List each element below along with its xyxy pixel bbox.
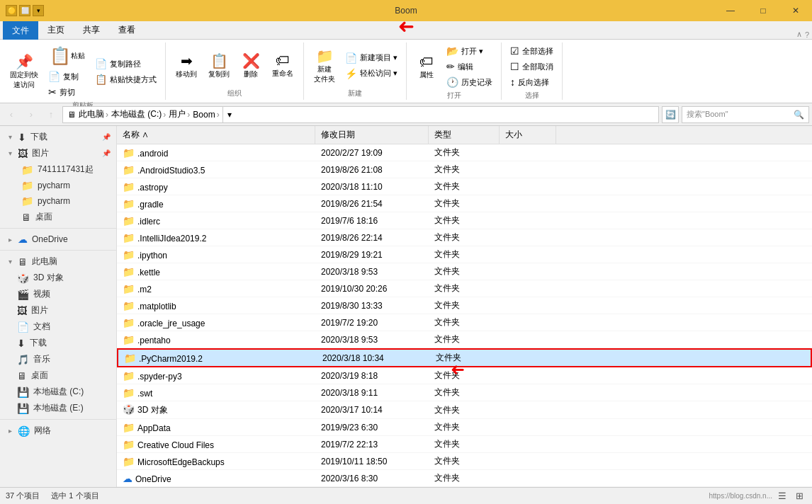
rename-button[interactable]: 🏷 重命名 xyxy=(268,50,298,81)
table-row[interactable]: 📁.gradle 2019/8/26 21:54 文件夹 xyxy=(117,195,812,212)
sidebar-item-dl[interactable]: ⬇ 下载 xyxy=(0,335,116,351)
sidebar-item-pics[interactable]: 🖼 图片 xyxy=(0,302,116,319)
edit-icon: ✏ xyxy=(446,61,455,72)
file-size xyxy=(500,476,556,481)
copy-button[interactable]: 📄 复制 xyxy=(45,69,89,84)
file-type: 文件夹 xyxy=(429,367,500,384)
table-row[interactable]: 📁.m2 2019/10/30 20:26 文件夹 xyxy=(117,280,812,297)
sidebar-item-pycharm2[interactable]: 📁 pycharm xyxy=(0,193,116,209)
header-size[interactable]: 大小 xyxy=(500,126,556,144)
history-button[interactable]: 🕐 历史记录 xyxy=(444,75,495,89)
status-url: https://blog.csdn.n... xyxy=(709,492,773,500)
sidebar-item-pictures[interactable]: ▾ 🖼 图片 📌 xyxy=(0,145,116,161)
select-none-button[interactable]: ☐ 全部取消 xyxy=(507,59,556,74)
sidebar-item-dsk[interactable]: 🖥 桌面 xyxy=(0,367,116,384)
file-name: 📁.astropy xyxy=(117,179,315,195)
up-button[interactable]: ↑ xyxy=(43,106,60,123)
paste-shortcut-button[interactable]: 📋 粘贴快捷方式 xyxy=(92,72,159,86)
file-rows-container: 📁.android 2020/2/27 19:09 文件夹 📁.AndroidS… xyxy=(117,144,812,487)
move-to-button[interactable]: ➡ 移动到 xyxy=(171,50,201,81)
pin-to-quick-access-button[interactable]: 📌 固定到快速访问 xyxy=(6,51,43,92)
sidebar-item-music[interactable]: 🎵 音乐 xyxy=(0,351,116,367)
address-bar[interactable]: 🖥 此电脑 › 本地磁盘 (C:) › 用户 › Boom › ▾ xyxy=(62,106,659,123)
paste-button[interactable]: 📋 粘贴 xyxy=(45,44,89,68)
table-row[interactable]: 🎲3D 对象 2020/3/17 10:14 文件夹 xyxy=(117,401,812,419)
table-row[interactable]: 📁.AndroidStudio3.5 2019/8/26 21:08 文件夹 xyxy=(117,161,812,178)
file-name: 📁MicrosoftEdgeBackups xyxy=(117,454,315,469)
ribbon-collapse-btn[interactable]: ∧ xyxy=(796,30,802,39)
large-icons-view-button[interactable]: ⊞ xyxy=(792,489,806,503)
new-item-button[interactable]: 📄 新建项目 ▾ xyxy=(342,51,400,65)
sidebar-item-thispc[interactable]: ▾ 🖥 此电脑 xyxy=(0,253,116,270)
table-row[interactable]: ☁OneDrive 2020/3/16 8:30 文件夹 xyxy=(117,470,812,487)
table-row[interactable]: 📁.spyder-py3 2020/3/19 8:18 文件夹 xyxy=(117,367,812,384)
tab-home[interactable]: 主页 xyxy=(38,21,74,39)
select-all-button[interactable]: ☑ 全部选择 xyxy=(507,44,556,58)
sidebar-item-onedrive[interactable]: ▸ ☁ OneDrive xyxy=(0,231,116,247)
close-button[interactable]: ✕ xyxy=(779,0,812,21)
sidebar-item-download[interactable]: ▾ ⬇ 下载 📌 xyxy=(0,129,116,145)
file-list-area: 名称 ∧ 修改日期 类型 大小 📁.android 2020/2/27 19:0… xyxy=(117,126,812,487)
table-row[interactable]: 📁MicrosoftEdgeBackups 2019/10/11 18:50 文… xyxy=(117,453,812,470)
file-name: 📁.m2 xyxy=(117,281,315,297)
maximize-button[interactable]: □ xyxy=(747,0,779,21)
table-row[interactable]: 📁.pentaho 2020/3/18 9:53 文件夹 xyxy=(117,331,812,348)
sidebar-item-pycharm1[interactable]: 📁 pycharm xyxy=(0,178,116,193)
sidebar-item-docs[interactable]: 📄 文档 xyxy=(0,319,116,335)
table-row[interactable]: 📁.idlerc 2019/7/6 18:16 文件夹 xyxy=(117,212,812,229)
details-view-button[interactable]: ☰ xyxy=(775,489,789,503)
edit-button[interactable]: ✏ 编辑 xyxy=(444,59,495,74)
file-name: 📁.oracle_jre_usage xyxy=(117,315,315,331)
table-row[interactable]: 📁.oracle_jre_usage 2019/7/2 19:20 文件夹 xyxy=(117,314,812,331)
localc-icon: 💾 xyxy=(17,386,29,398)
tab-file[interactable]: 文件 xyxy=(3,21,38,40)
refresh-button[interactable]: 🔄 xyxy=(662,106,679,123)
address-dropdown[interactable]: ▾ xyxy=(222,106,237,123)
table-row[interactable]: 📁.matplotlib 2019/8/30 13:33 文件夹 xyxy=(117,297,812,314)
file-folder-icon: 📁 xyxy=(123,249,135,260)
properties-button[interactable]: 🏷 属性 xyxy=(412,52,441,82)
table-row[interactable]: 📁.astropy 2020/3/18 11:10 文件夹 xyxy=(117,178,812,195)
sidebar-item-3d[interactable]: 🎲 3D 对象 xyxy=(0,270,116,286)
header-name[interactable]: 名称 ∧ xyxy=(117,126,315,144)
sidebar-item-7411[interactable]: 📁 7411117431起 xyxy=(0,161,116,178)
table-row[interactable]: 📁.PyCharm2019.2 2020/3/18 10:34 文件夹 xyxy=(117,348,812,367)
sidebar-label-3d: 3D 对象 xyxy=(33,272,64,284)
tab-view[interactable]: 查看 xyxy=(109,21,145,39)
table-row[interactable]: 📁.ipython 2019/8/29 19:21 文件夹 xyxy=(117,246,812,263)
easy-access-button[interactable]: ⚡ 轻松访问 ▾ xyxy=(342,67,400,81)
sidebar-item-desktop[interactable]: 🖥 桌面 xyxy=(0,209,116,225)
table-row[interactable]: 📁AppData 2019/9/23 6:30 文件夹 xyxy=(117,419,812,436)
sidebar-item-video[interactable]: 🎬 视频 xyxy=(0,286,116,302)
resize-handle[interactable] xyxy=(117,126,119,487)
file-date: 2020/3/18 9:53 xyxy=(315,333,429,347)
table-row[interactable]: 📁.swt 2020/3/18 9:11 文件夹 xyxy=(117,384,812,401)
sidebar-item-network[interactable]: ▸ 🌐 网络 xyxy=(0,423,116,439)
file-folder-icon: 📁 xyxy=(123,439,135,450)
open-button[interactable]: 📂 打开 ▾ xyxy=(444,44,495,58)
new-folder-button[interactable]: 📁 新建文件夹 xyxy=(310,45,339,86)
tab-share[interactable]: 共享 xyxy=(74,21,109,39)
ribbon-help-btn[interactable]: ? xyxy=(805,30,809,39)
file-folder-icon: 📁 xyxy=(123,300,135,311)
invert-selection-button[interactable]: ↕ 反向选择 xyxy=(507,75,556,89)
cut-button[interactable]: ✂ 剪切 xyxy=(45,85,89,99)
table-row[interactable]: 📁.android 2020/2/27 19:09 文件夹 xyxy=(117,144,812,161)
file-date: 2019/10/30 20:26 xyxy=(315,282,429,296)
copy-to-button[interactable]: 📋 复制到 xyxy=(204,50,234,81)
table-row[interactable]: 📁Creative Cloud Files 2019/7/2 22:13 文件夹 xyxy=(117,436,812,453)
file-folder-icon: 📁 xyxy=(123,387,135,399)
header-type[interactable]: 类型 xyxy=(429,126,500,144)
file-date: 2019/8/29 19:21 xyxy=(315,248,429,262)
sidebar-item-local-c[interactable]: 💾 本地磁盘 (C:) xyxy=(0,384,116,400)
delete-button[interactable]: ❌ 删除 xyxy=(237,50,265,81)
folder-icon: 📁 xyxy=(21,195,33,207)
copy-path-button[interactable]: 📄 复制路径 xyxy=(92,57,159,71)
header-date[interactable]: 修改日期 xyxy=(315,126,429,144)
file-date: 2019/10/11 18:50 xyxy=(315,454,429,469)
search-bar[interactable]: 搜索"Boom" 🔍 xyxy=(682,106,809,123)
minimize-button[interactable]: — xyxy=(714,0,747,21)
sidebar-item-local-e[interactable]: 💾 本地磁盘 (E:) xyxy=(0,400,116,416)
table-row[interactable]: 📁.IntelliJIdea2019.2 2019/8/26 22:14 文件夹 xyxy=(117,229,812,246)
table-row[interactable]: 📁.kettle 2020/3/18 9:53 文件夹 xyxy=(117,263,812,280)
